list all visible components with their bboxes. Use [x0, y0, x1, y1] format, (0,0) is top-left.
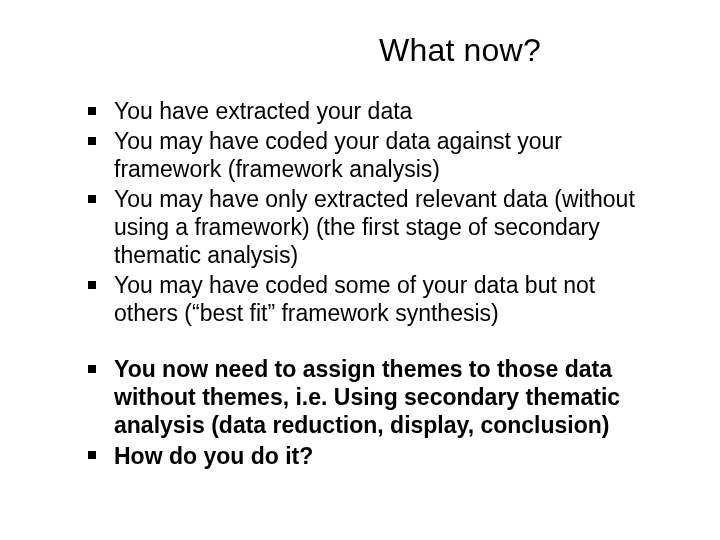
bullet-list-2: You now need to assign themes to those d… — [60, 355, 660, 469]
list-item: You have extracted your data — [88, 97, 650, 125]
list-item: You may have only extracted relevant dat… — [88, 185, 650, 269]
slide-title: What now? — [60, 32, 660, 69]
list-item: You now need to assign themes to those d… — [88, 355, 650, 439]
bullet-list-1: You have extracted your data You may hav… — [60, 97, 660, 327]
slide: What now? You have extracted your data Y… — [0, 0, 720, 540]
list-item: You may have coded some of your data but… — [88, 271, 650, 327]
list-item: How do you do it? — [88, 442, 650, 470]
list-item: You may have coded your data against you… — [88, 127, 650, 183]
